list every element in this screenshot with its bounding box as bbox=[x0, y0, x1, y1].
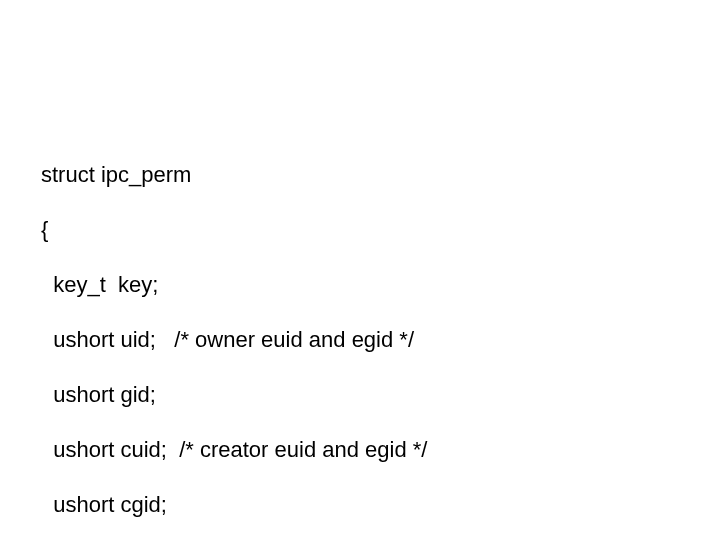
code-line: key_t key; bbox=[41, 271, 720, 299]
code-line: ushort uid; /* owner euid and egid */ bbox=[41, 326, 720, 354]
code-line: { bbox=[41, 216, 720, 244]
code-line: ushort cuid; /* creator euid and egid */ bbox=[41, 436, 720, 464]
code-line: ushort cgid; bbox=[41, 491, 720, 519]
code-line: ushort gid; bbox=[41, 381, 720, 409]
code-line: struct ipc_perm bbox=[41, 161, 720, 189]
code-block: struct ipc_perm { key_t key; ushort uid;… bbox=[41, 133, 720, 540]
